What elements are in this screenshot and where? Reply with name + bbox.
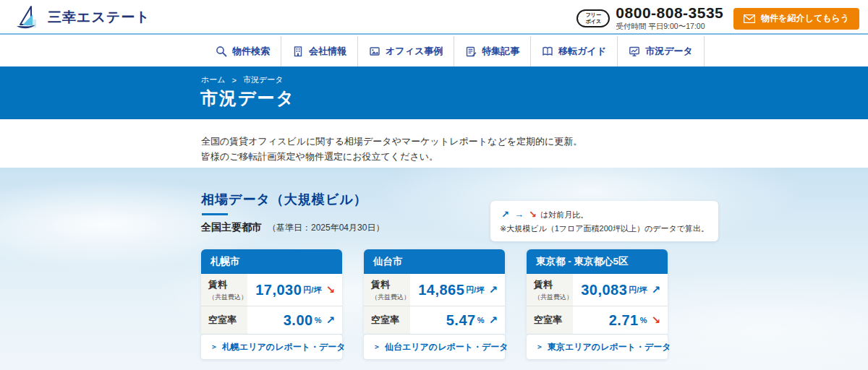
rent-sublabel: （共益費込） [208,293,247,302]
nav-item-office-cases[interactable]: オフィス事例 [358,36,454,66]
search-icon [216,46,227,57]
rent-value: 30,083 [581,282,627,298]
building-icon [292,46,304,57]
page: 三幸エステート フリー ボイス 0800-808-3535 受付時間 平日9:0… [0,0,868,370]
breadcrumb-separator: > [232,76,237,85]
market-card-sapporo: 札幌市 賃料 （共益費込） 17,030 円/坪 ↘ 空室率 [201,249,342,334]
open-book-icon [542,46,553,57]
vacancy-label: 空室率 [534,314,573,327]
header-contact-area: フリー ボイス 0800-808-3535 受付時間 平日9:00〜17:00 … [576,5,859,32]
sailboat-logo-icon [13,4,41,31]
note-line2: ※大規模ビル（1フロア面積200坪以上）のデータで算出。 [500,222,709,235]
chevron-right-icon: ＞ [536,342,543,352]
nav-item-relocation-guide[interactable]: 移転ガイド [531,36,618,66]
subtitle-major-cities: 全国主要都市 [201,221,262,234]
rent-unit: 円/坪 [466,285,484,296]
nav-item-company-info[interactable]: 会社情報 [281,36,358,66]
rent-sublabel: （共益費込） [534,293,573,302]
sapporo-report-link[interactable]: ＞ 札幌エリアのレポート・データ [201,335,342,359]
vacancy-trend-icon: ↘ [651,314,660,327]
section-title-underline [202,213,228,215]
photo-icon [369,46,380,57]
vacancy-row: 空室率 2.71 % ↘ [527,306,668,334]
rent-unit: 円/坪 [303,285,321,296]
logo-text: 三幸エステート [48,8,150,27]
vacancy-unit: % [477,316,485,324]
card-city-title: 仙台市 [364,249,505,274]
vacancy-trend-icon: ↗ [488,314,498,327]
trend-up-icon: ↗ [501,209,509,220]
nav-item-property-search[interactable]: 物件検索 [205,36,281,66]
card-city-title: 東京都 - 東京都心5区 [527,249,668,274]
rent-value: 14,865 [418,282,464,298]
article-icon [465,46,477,57]
vacancy-unit: % [315,316,322,324]
rent-unit: 円/坪 [629,285,647,296]
section-title: 相場データ（大規模ビル） [201,191,367,208]
rent-row: 賃料 （共益費込） 30,083 円/坪 ↗ [527,274,668,306]
vacancy-value: 3.00 [284,312,313,329]
trend-flat-icon: → [514,209,524,220]
market-card-sendai: 仙台市 賃料 （共益費込） 14,865 円/坪 ↗ 空室率 [364,249,505,334]
rent-trend-icon: ↘ [326,283,335,296]
page-title: 市況データ [200,87,295,110]
rent-value: 17,030 [255,282,302,298]
rent-row: 賃料 （共益費込） 14,865 円/坪 ↗ [364,274,505,306]
rent-sublabel: （共益費込） [371,293,410,302]
breadcrumb-home[interactable]: ホーム [201,74,226,85]
rent-label: 賃料 [371,278,410,291]
vacancy-unit: % [640,316,647,324]
nav-item-feature-articles[interactable]: 特集記事 [454,36,531,66]
chevron-right-icon: ＞ [373,342,380,352]
breadcrumb: ホーム > 市況データ [201,74,283,85]
intro-text: 全国の賃貸オフィスビルに関する相場データやマーケットレポートなどを定期的に更新。… [201,134,582,165]
vacancy-label: 空室率 [208,314,247,327]
breadcrumb-current: 市況データ [243,74,284,85]
rent-trend-icon: ↗ [488,283,498,296]
logo[interactable]: 三幸エステート [13,4,150,31]
toll-free-badge-icon: フリー ボイス [576,9,610,27]
vacancy-row: 空室率 3.00 % ↗ [201,306,342,334]
request-property-button[interactable]: 物件を紹介してもらう [733,8,859,30]
page-title-banner: ホーム > 市況データ 市況データ [0,66,868,119]
vacancy-trend-icon: ↗ [326,314,335,327]
main-navigation: 物件検索 会社情報 オフィス事例 [0,36,868,66]
vacancy-value: 2.71 [609,312,639,329]
nav-item-market-data[interactable]: 市況データ [618,36,705,66]
vacancy-value: 5.47 [446,312,476,329]
tokyo-report-link[interactable]: ＞ 東京エリアのレポート・データ [527,335,668,359]
note-box: ↗ → ↘ は対前月比。 ※大規模ビル（1フロア面積200坪以上）のデータで算出… [490,201,718,241]
vacancy-label: 空室率 [371,314,410,327]
chevron-right-icon: ＞ [210,342,218,352]
top-header: 三幸エステート フリー ボイス 0800-808-3535 受付時間 平日9:0… [0,0,868,35]
phone-number: 0800-808-3535 [616,5,723,21]
rent-row: 賃料 （共益費込） 17,030 円/坪 ↘ [201,274,342,306]
note-line1: は対前月比。 [540,210,588,219]
market-card-tokyo: 東京都 - 東京都心5区 賃料 （共益費込） 30,083 円/坪 ↗ 空室率 [527,249,668,334]
base-date: （基準日：2025年04月30日） [268,222,384,234]
vacancy-row: 空室率 5.47 % ↗ [364,306,505,334]
rent-trend-icon: ↗ [651,283,660,296]
rent-label: 賃料 [208,278,247,291]
phone-hours: 受付時間 平日9:00〜17:00 [616,22,723,32]
market-data-section: 相場データ（大規模ビル） 全国主要都市 （基準日：2025年04月30日） ↗ … [0,168,868,370]
chart-monitor-icon [629,46,640,57]
rent-label: 賃料 [534,278,573,291]
phone-info: フリー ボイス 0800-808-3535 受付時間 平日9:00〜17:00 [576,5,723,32]
intro-section: 全国の賃貸オフィスビルに関する相場データやマーケットレポートなどを定期的に更新。… [0,119,868,168]
card-city-title: 札幌市 [201,249,342,274]
trend-down-icon: ↘ [529,209,537,220]
envelope-icon [744,14,755,23]
sendai-report-link[interactable]: ＞ 仙台エリアのレポート・データ [364,335,505,359]
